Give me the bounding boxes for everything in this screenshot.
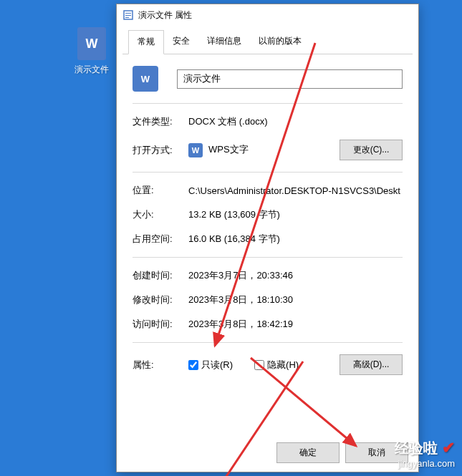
word-file-icon: W [77, 27, 106, 60]
tabbar: 常规 安全 详细信息 以前的版本 [122, 30, 413, 54]
svg-rect-3 [125, 17, 129, 18]
properties-dialog: 演示文件 属性 常规 安全 详细信息 以前的版本 W 文件类型: DOCX 文档… [116, 4, 419, 472]
divider [133, 257, 403, 258]
svg-rect-2 [125, 15, 131, 16]
divider [133, 172, 403, 173]
tab-security[interactable]: 安全 [164, 30, 198, 54]
watermark-title: 经验啦 [395, 440, 438, 456]
wps-icon: W [188, 143, 203, 157]
file-type-icon: W [133, 66, 158, 92]
label-modified: 修改时间: [133, 293, 188, 306]
tab-previous[interactable]: 以前的版本 [250, 30, 310, 54]
titlebar[interactable]: 演示文件 属性 [117, 4, 418, 26]
button-bar: 确定 取消 [117, 434, 418, 472]
readonly-label: 只读(R) [201, 359, 233, 371]
readonly-checkbox[interactable] [188, 360, 198, 370]
dialog-title: 演示文件 属性 [138, 9, 192, 21]
label-location: 位置: [133, 184, 188, 197]
value-disk: 16.0 KB (16,384 字节) [188, 233, 403, 246]
value-file-type: DOCX 文档 (.docx) [188, 115, 403, 128]
advanced-button[interactable]: 高级(D)... [340, 354, 403, 375]
tab-content: W 文件类型: DOCX 文档 (.docx) 打开方式: WWPS文字 更改(… [117, 54, 418, 434]
value-location: C:\Users\Administrator.DESKTOP-N1SVCS3\D… [188, 185, 403, 196]
readonly-checkbox-wrap[interactable]: 只读(R) [188, 359, 233, 371]
value-created: 2023年3月7日，20:33:46 [188, 269, 403, 282]
svg-rect-1 [125, 13, 131, 14]
watermark: 经验啦 ✔ jingyanla.com [395, 439, 455, 469]
hidden-checkbox-wrap[interactable]: 隐藏(H) [254, 359, 299, 371]
tab-details[interactable]: 详细信息 [198, 30, 250, 54]
hidden-checkbox[interactable] [254, 360, 264, 370]
label-attributes: 属性: [133, 359, 188, 371]
watermark-url: jingyanla.com [395, 458, 455, 469]
divider [133, 103, 403, 104]
label-accessed: 访问时间: [133, 318, 188, 331]
label-created: 创建时间: [133, 269, 188, 282]
divider [133, 342, 403, 343]
hidden-label: 隐藏(H) [267, 359, 299, 371]
filename-input[interactable] [177, 69, 403, 89]
titlebar-icon [122, 9, 134, 21]
label-file-type: 文件类型: [133, 115, 188, 128]
label-disk: 占用空间: [133, 233, 188, 246]
checkmark-icon: ✔ [442, 439, 455, 457]
change-button[interactable]: 更改(C)... [340, 140, 403, 160]
value-size: 13.2 KB (13,609 字节) [188, 208, 403, 221]
ok-button[interactable]: 确定 [276, 442, 340, 463]
tab-general[interactable]: 常规 [128, 30, 164, 54]
label-size: 大小: [133, 208, 188, 221]
desktop-shortcut[interactable]: W 演示文件 [69, 27, 115, 76]
value-modified: 2023年3月8日，18:10:30 [188, 293, 403, 306]
value-open-with: WWPS文字 [188, 143, 340, 157]
value-accessed: 2023年3月8日，18:42:19 [188, 318, 403, 331]
desktop-icon-label: 演示文件 [69, 64, 115, 76]
label-open-with: 打开方式: [133, 144, 188, 157]
